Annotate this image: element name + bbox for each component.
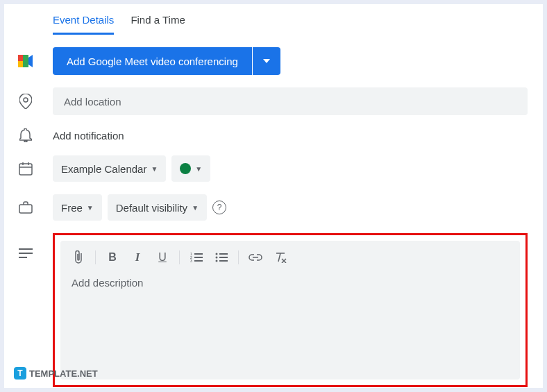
meet-button-dropdown[interactable] [253,47,280,75]
bell-icon [18,128,33,143]
row-calendar: Example Calendar ▼ ▼ [14,155,528,182]
svg-point-18 [216,257,218,259]
insert-link-button[interactable] [244,246,267,269]
calendar-color-selector[interactable]: ▼ [171,155,210,182]
availability-value: Free [61,202,83,214]
row-availability: Free ▼ Default visibility ▼ ? [14,194,528,221]
svg-rect-2 [23,55,28,67]
tab-event-details[interactable]: Event Details [53,14,114,35]
clear-formatting-button[interactable] [269,246,292,269]
calendar-icon [18,161,33,176]
chevron-down-icon: ▼ [87,204,94,212]
row-notification: Add notification [14,128,528,143]
add-notification-button[interactable]: Add notification [53,130,124,142]
calendar-name: Example Calendar [61,163,146,175]
bold-button[interactable]: B [101,246,124,269]
watermark-badge: T [14,367,26,380]
link-icon [249,254,262,261]
paperclip-icon [73,250,84,264]
numbered-list-icon: 123 [190,253,203,262]
watermark-text: TEMPLATE.NET [29,368,98,379]
formatting-toolbar: B I U 123 [60,241,520,274]
clear-format-icon [274,252,287,263]
watermark: T TEMPLATE.NET [14,367,98,380]
chevron-down-icon [263,59,270,63]
add-google-meet-button: Add Google Meet video conferencing [53,47,280,75]
italic-button[interactable]: I [126,246,149,269]
visibility-value: Default visibility [116,202,187,214]
attach-file-button[interactable] [67,246,90,269]
bulleted-list-button[interactable] [210,246,233,269]
svg-rect-0 [18,55,23,61]
availability-selector[interactable]: Free ▼ [53,194,102,221]
meet-button-main[interactable]: Add Google Meet video conferencing [53,47,252,75]
chevron-down-icon: ▼ [151,165,158,173]
row-description: B I U 123 [14,233,528,387]
location-pin-icon [18,94,33,109]
toolbar-separator [179,250,180,264]
underline-button[interactable]: U [151,246,174,269]
calendar-selector[interactable]: Example Calendar ▼ [53,155,166,182]
chevron-down-icon: ▼ [195,165,202,173]
tab-find-a-time[interactable]: Find a Time [131,14,185,35]
help-icon[interactable]: ? [212,201,226,214]
svg-rect-1 [18,61,23,67]
chevron-down-icon: ▼ [192,204,199,212]
event-editor-panel: Event Details Find a Time Add Google Mee… [4,4,543,388]
svg-rect-7 [19,205,32,213]
svg-point-19 [216,260,218,262]
briefcase-icon [18,200,33,215]
svg-rect-3 [19,164,32,175]
color-swatch [180,163,191,174]
numbered-list-button[interactable]: 123 [185,246,208,269]
location-placeholder: Add location [64,96,121,108]
event-tabs: Event Details Find a Time [53,14,528,35]
svg-point-17 [216,253,218,255]
description-highlight-box: B I U 123 [53,233,528,387]
bulleted-list-icon [215,253,228,262]
description-editor: B I U 123 [60,241,520,380]
row-location: Add location [14,87,528,115]
row-video-conferencing: Add Google Meet video conferencing [14,47,528,75]
visibility-selector[interactable]: Default visibility ▼ [108,194,207,221]
google-meet-icon [18,53,33,69]
description-textarea[interactable]: Add description [60,274,520,300]
toolbar-separator [95,250,96,264]
toolbar-separator [238,250,239,264]
description-placeholder: Add description [71,277,143,289]
svg-text:3: 3 [190,259,192,262]
description-icon [18,246,33,261]
location-input[interactable]: Add location [53,87,528,115]
